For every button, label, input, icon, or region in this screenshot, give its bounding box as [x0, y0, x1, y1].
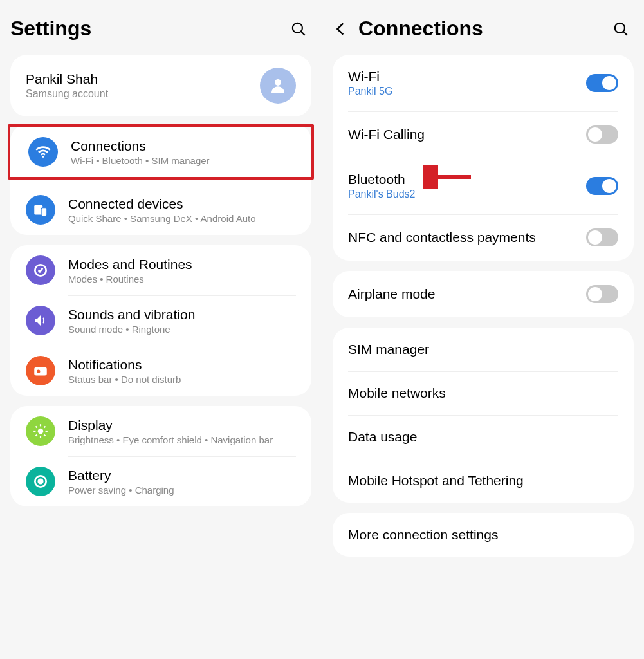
connection-row-wi-fi[interactable]: Wi-FiPankil 5G	[333, 55, 634, 111]
svg-point-3	[42, 156, 44, 158]
search-button[interactable]	[286, 21, 311, 37]
item-sub: Power saving • Charging	[68, 485, 296, 496]
item-title: Connected devices	[68, 196, 296, 212]
row-title: Wi-Fi	[348, 69, 586, 84]
connection-row-sim-manager[interactable]: SIM manager	[333, 328, 634, 371]
svg-line-16	[35, 434, 37, 436]
toggle[interactable]	[586, 177, 618, 195]
row-title: Mobile Hotspot and Tethering	[348, 473, 618, 488]
row-title: More connection settings	[348, 527, 618, 543]
item-sub: Sound mode • Ringtone	[68, 324, 296, 335]
settings-item-devices[interactable]: Connected devicesQuick Share • Samsung D…	[10, 185, 311, 235]
toggle[interactable]	[586, 125, 618, 144]
search-icon	[290, 21, 307, 37]
search-icon	[612, 21, 629, 37]
settings-item-sound[interactable]: Sounds and vibrationSound mode • Rington…	[10, 295, 311, 346]
connection-row-more-connection-settings[interactable]: More connection settings	[333, 513, 634, 557]
connection-row-data-usage[interactable]: Data usage	[333, 415, 634, 459]
connection-row-wi-fi-calling[interactable]: Wi-Fi Calling	[333, 111, 634, 158]
sound-icon	[26, 306, 55, 335]
row-title: Wi-Fi Calling	[348, 127, 586, 142]
row-sub: Pankil's Buds2	[348, 189, 586, 200]
chevron-left-icon	[333, 21, 349, 37]
wifi-icon	[28, 137, 58, 167]
page-title: Settings	[10, 17, 286, 41]
account-name: Pankil Shah	[26, 71, 260, 87]
svg-point-9	[38, 429, 44, 434]
toggle[interactable]	[586, 228, 618, 246]
devices-icon	[26, 195, 55, 225]
item-title: Display	[68, 418, 296, 433]
person-icon	[268, 76, 288, 95]
page-title: Connections	[358, 17, 608, 41]
item-title: Modes and Routines	[68, 257, 296, 272]
settings-item-wifi[interactable]: ConnectionsWi-Fi • Bluetooth • SIM manag…	[10, 127, 311, 177]
account-card[interactable]: Pankil Shah Samsung account	[10, 55, 311, 116]
svg-point-19	[39, 479, 43, 484]
item-sub: Wi-Fi • Bluetooth • SIM manager	[71, 155, 293, 166]
item-title: Sounds and vibration	[68, 307, 296, 322]
settings-item-notif[interactable]: NotificationsStatus bar • Do not disturb	[10, 346, 311, 396]
item-title: Notifications	[68, 357, 296, 373]
item-sub: Status bar • Do not disturb	[68, 374, 296, 385]
svg-line-1	[301, 32, 304, 35]
display-icon	[26, 416, 55, 446]
modes-icon	[26, 255, 55, 285]
settings-item-display[interactable]: DisplayBrightness • Eye comfort shield •…	[10, 406, 311, 456]
svg-line-15	[44, 434, 45, 436]
item-title: Battery	[68, 468, 296, 483]
row-title: SIM manager	[348, 342, 618, 357]
svg-point-0	[293, 23, 302, 32]
item-title: Connections	[71, 138, 293, 154]
connection-row-mobile-networks[interactable]: Mobile networks	[333, 371, 634, 415]
svg-rect-5	[41, 208, 47, 216]
item-sub: Modes • Routines	[68, 274, 296, 284]
toggle[interactable]	[586, 285, 618, 303]
battery-icon	[26, 467, 55, 496]
svg-line-14	[35, 426, 37, 427]
row-title: Airplane mode	[348, 286, 586, 302]
row-title: NFC and contactless payments	[348, 230, 586, 245]
item-sub: Quick Share • Samsung DeX • Android Auto	[68, 213, 296, 224]
row-title: Data usage	[348, 429, 618, 445]
connection-row-airplane-mode[interactable]: Airplane mode	[333, 271, 634, 317]
svg-line-17	[44, 426, 45, 427]
item-sub: Brightness • Eye comfort shield • Naviga…	[68, 434, 296, 445]
connection-row-bluetooth[interactable]: BluetoothPankil's Buds2	[333, 158, 634, 214]
row-title: Bluetooth	[348, 172, 586, 187]
row-title: Mobile networks	[348, 385, 618, 401]
settings-item-battery[interactable]: BatteryPower saving • Charging	[10, 456, 311, 506]
row-sub: Pankil 5G	[348, 86, 586, 97]
notif-icon	[26, 356, 55, 385]
account-sub: Samsung account	[26, 88, 260, 100]
svg-point-8	[37, 369, 40, 373]
settings-item-modes[interactable]: Modes and RoutinesModes • Routines	[10, 245, 311, 295]
svg-line-21	[623, 32, 627, 35]
svg-point-2	[275, 79, 281, 86]
back-button[interactable]	[333, 21, 358, 37]
connection-row-nfc-and-contactless-payments[interactable]: NFC and contactless payments	[333, 214, 634, 261]
search-button[interactable]	[608, 21, 634, 37]
toggle[interactable]	[586, 74, 618, 92]
svg-rect-7	[34, 367, 47, 376]
svg-point-20	[615, 23, 625, 32]
connection-row-mobile-hotspot-and-tethering[interactable]: Mobile Hotspot and Tethering	[333, 459, 634, 503]
avatar[interactable]	[260, 68, 296, 104]
